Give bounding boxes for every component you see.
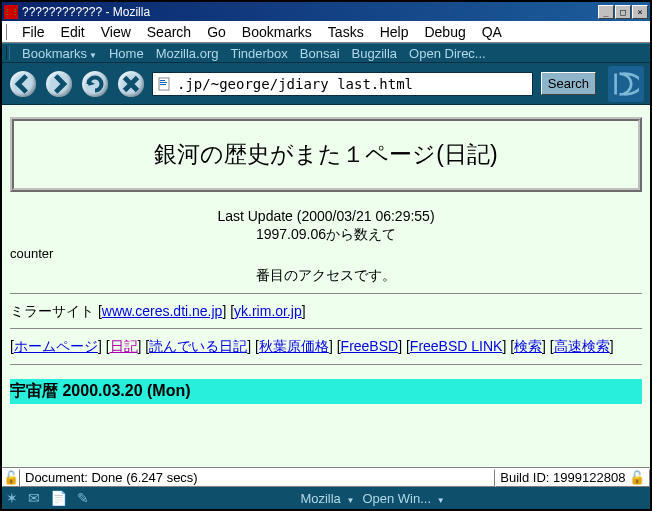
- mozilla-throbber[interactable]: [608, 66, 644, 102]
- forward-button[interactable]: [44, 69, 74, 99]
- stop-button[interactable]: [116, 69, 146, 99]
- bookmark-toolbar: Bookmarks▼ Home Mozilla.org Tinderbox Bo…: [2, 43, 650, 63]
- page-heading: 銀河の歴史がまた１ページ(日記): [18, 139, 634, 170]
- statusbar: 🔓 Document: Done (6.247 secs) Build ID: …: [2, 467, 650, 487]
- app-icon: ⋮⋮: [4, 5, 18, 19]
- menu-qa[interactable]: QA: [474, 22, 510, 42]
- content-area[interactable]: 銀河の歴史がまた１ページ(日記) Last Update (2000/03/21…: [2, 105, 650, 467]
- link-reading-diary[interactable]: 読んでいる日記: [149, 338, 247, 354]
- link-akihabara[interactable]: 秋葉原価格: [259, 338, 329, 354]
- menu-view[interactable]: View: [93, 22, 139, 42]
- counter-label: counter: [10, 246, 642, 261]
- back-button[interactable]: [8, 69, 38, 99]
- page-title-box: 銀河の歴史がまた１ページ(日記): [10, 117, 642, 192]
- menu-debug[interactable]: Debug: [416, 22, 473, 42]
- menu-bookmarks[interactable]: Bookmarks: [234, 22, 320, 42]
- link-freebsd-link[interactable]: FreeBSD LINK: [410, 338, 503, 354]
- navigator-icon[interactable]: ✶: [6, 490, 18, 506]
- taskbar-mozilla[interactable]: Mozilla ▼: [300, 491, 354, 506]
- window-title: ???????????? - Mozilla: [22, 5, 598, 19]
- page-icon[interactable]: [155, 75, 173, 93]
- taskbar-open-windows[interactable]: Open Win... ▼: [362, 491, 444, 506]
- chevron-down-icon: ▼: [346, 496, 354, 505]
- svg-rect-2: [160, 82, 167, 83]
- link-homepage[interactable]: ホームページ: [14, 338, 98, 354]
- bm-bookmarks[interactable]: Bookmarks▼: [16, 46, 103, 61]
- divider: [10, 293, 642, 294]
- status-document: Document: Done (6.247 secs): [20, 469, 495, 487]
- svg-rect-3: [160, 84, 166, 85]
- access-count-text: 番目のアクセスです。: [10, 267, 642, 285]
- composer-icon[interactable]: 📄: [50, 490, 67, 506]
- menu-file[interactable]: File: [14, 22, 53, 42]
- bm-tinderbox[interactable]: Tinderbox: [225, 46, 294, 61]
- mirror-sites: ミラーサイト [www.ceres.dti.ne.jp] [yk.rim.or.…: [10, 300, 642, 322]
- last-update: Last Update (2000/03/21 06:29:55): [10, 208, 642, 224]
- minimize-button[interactable]: _: [598, 5, 614, 19]
- since-date: 1997.09.06から数えて: [10, 226, 642, 244]
- mirror-link-1[interactable]: www.ceres.dti.ne.jp: [102, 303, 223, 319]
- url-bar: [152, 72, 533, 96]
- close-button[interactable]: ×: [632, 5, 648, 19]
- taskbar: ✶ ✉ 📄 ✎ Mozilla ▼ Open Win... ▼: [2, 487, 650, 509]
- link-freebsd[interactable]: FreeBSD: [341, 338, 399, 354]
- link-fast-search[interactable]: 高速検索: [554, 338, 610, 354]
- link-diary[interactable]: 日記: [110, 338, 138, 354]
- search-button[interactable]: Search: [541, 72, 596, 95]
- diary-date-heading: 宇宙暦 2000.03.20 (Mon): [10, 379, 642, 404]
- mail-icon[interactable]: ✉: [28, 490, 40, 506]
- navigation-toolbar: Search: [2, 63, 650, 105]
- url-input[interactable]: [175, 76, 532, 92]
- editor-icon[interactable]: ✎: [77, 490, 89, 506]
- menu-edit[interactable]: Edit: [53, 22, 93, 42]
- status-build-id: Build ID: 1999122808 🔓: [495, 469, 650, 487]
- mirror-label: ミラーサイト: [10, 303, 94, 319]
- mirror-link-2[interactable]: yk.rim.or.jp: [234, 303, 302, 319]
- menu-go[interactable]: Go: [199, 22, 234, 42]
- bm-home[interactable]: Home: [103, 46, 150, 61]
- divider: [10, 364, 642, 365]
- bm-mozilla-org[interactable]: Mozilla.org: [150, 46, 225, 61]
- bm-open-directory[interactable]: Open Direc...: [403, 46, 492, 61]
- menubar: File Edit View Search Go Bookmarks Tasks…: [2, 21, 650, 43]
- nav-links: [ホームページ] [日記] [読んでいる日記] [秋葉原価格] [FreeBSD…: [10, 335, 642, 357]
- menubar-grip[interactable]: [6, 24, 10, 40]
- menu-tasks[interactable]: Tasks: [320, 22, 372, 42]
- svg-rect-1: [160, 80, 165, 81]
- divider: [10, 328, 642, 329]
- maximize-button[interactable]: □: [615, 5, 631, 19]
- titlebar[interactable]: ⋮⋮ ???????????? - Mozilla _ □ ×: [2, 2, 650, 21]
- bm-bonsai[interactable]: Bonsai: [294, 46, 346, 61]
- bm-bugzilla[interactable]: Bugzilla: [346, 46, 404, 61]
- security-lock-icon[interactable]: 🔓: [2, 469, 20, 487]
- bookmarkbar-grip[interactable]: [6, 46, 10, 60]
- chevron-down-icon: ▼: [89, 51, 97, 60]
- menu-search[interactable]: Search: [139, 22, 199, 42]
- link-search[interactable]: 検索: [514, 338, 542, 354]
- reload-button[interactable]: [80, 69, 110, 99]
- chevron-down-icon: ▼: [437, 496, 445, 505]
- menu-help[interactable]: Help: [372, 22, 417, 42]
